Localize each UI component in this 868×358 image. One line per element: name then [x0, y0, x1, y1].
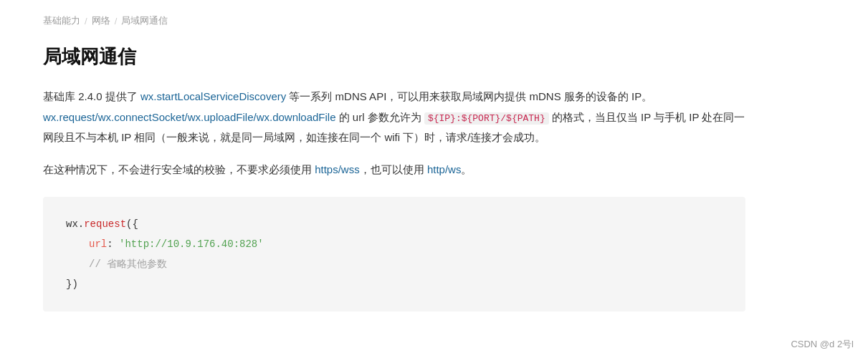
code-comment: // 省略其他参数 [89, 258, 167, 270]
inline-code-path: ${IP}:${PORT}/${PATH} [424, 112, 549, 125]
code-line-3: // 省略其他参数 [66, 254, 722, 274]
code-wx: wx. [66, 218, 84, 230]
code-line-2: url: 'http://10.9.176.40:828' [66, 234, 722, 254]
code-line-1: wx.request({ [66, 214, 722, 234]
code-url-value: 'http://10.9.176.40:828' [119, 238, 264, 250]
code-line-4: }) [66, 274, 722, 294]
para2-prefix: 在这种情况下，不会进行安全域的校验，不要求必须使用 [43, 163, 315, 175]
code-colon: : [107, 238, 119, 250]
code-block: wx.request({ url: 'http://10.9.176.40:82… [43, 197, 745, 311]
para2-https: https/wss [315, 163, 360, 175]
para1-api2[interactable]: wx.request/wx.connectSocket/wx.uploadFil… [43, 111, 336, 123]
para2-http: http/ws [427, 163, 462, 175]
page-container: 基础能力 / 网络 / 局域网通信 局域网通信 基础库 2.4.0 提供了 wx… [0, 0, 788, 340]
watermark: CSDN @d 2号l [791, 338, 854, 351]
content-paragraph-2: 在这种情况下，不会进行安全域的校验，不要求必须使用 https/wss，也可以使… [43, 160, 745, 180]
para2-suffix: 。 [461, 163, 472, 175]
para2-middle: ，也可以使用 [360, 163, 427, 175]
breadcrumb-item-2[interactable]: 网络 [92, 14, 110, 27]
para1-prefix: 基础库 2.4.0 提供了 [43, 90, 140, 102]
code-close-paren: }) [66, 279, 78, 290]
code-open-paren: ({ [126, 218, 138, 230]
breadcrumb: 基础能力 / 网络 / 局域网通信 [43, 14, 745, 27]
breadcrumb-separator-1: / [85, 16, 87, 26]
para1-api1[interactable]: wx.startLocalServiceDiscovery [140, 90, 286, 102]
para1-middle1: 等一系列 mDNS API，可以用来获取局域网内提供 mDNS 服务的设备的 I… [286, 90, 652, 102]
code-url-prop: url [89, 238, 107, 250]
content-paragraph-1: 基础库 2.4.0 提供了 wx.startLocalServiceDiscov… [43, 87, 745, 148]
page-title: 局域网通信 [43, 44, 745, 69]
code-request: request [84, 218, 126, 230]
breadcrumb-separator-2: / [115, 16, 118, 26]
breadcrumb-item-3[interactable]: 局域网通信 [121, 14, 168, 27]
breadcrumb-item-1[interactable]: 基础能力 [43, 14, 80, 27]
